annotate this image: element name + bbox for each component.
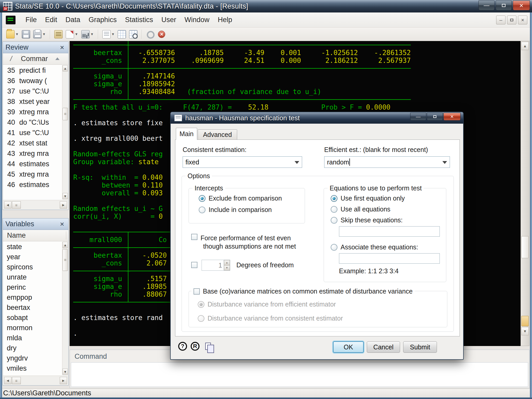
menu-edit[interactable]: Edit	[41, 14, 62, 25]
review-row[interactable]: 40do "C:\Us	[3, 117, 62, 128]
scroll-down-icon[interactable]: ▼	[63, 193, 68, 199]
radio-exclude-from-comparison[interactable]: Exclude from comparison	[199, 195, 282, 202]
chevron-down-icon[interactable]	[295, 161, 299, 164]
column-divider[interactable]	[21, 55, 21, 63]
review-row[interactable]: 44estimates	[3, 159, 62, 169]
review-row[interactable]: 35predict fi	[3, 65, 62, 76]
radio-associate-these-equations[interactable]: Associate these equations:	[331, 243, 418, 251]
scrollbar-thumb[interactable]	[521, 316, 529, 326]
results-vertical-scrollbar[interactable]: ▲ ▼	[521, 41, 529, 346]
review-row[interactable]: 46estimates	[3, 179, 62, 190]
variables-horizontal-scrollbar[interactable]: ◄ ≡ ►	[3, 376, 68, 385]
spin-up-icon[interactable]: ▲	[224, 260, 230, 265]
copy-command-button[interactable]	[203, 341, 213, 352]
variables-col-name[interactable]: Name	[3, 231, 26, 240]
dialog-maximize-button[interactable]	[427, 113, 443, 121]
radio-use-first-equation[interactable]: Use first equation only	[331, 195, 405, 202]
checkbox-force-test[interactable]: Force performance of test even though as…	[191, 234, 296, 250]
chevron-down-icon[interactable]	[442, 161, 447, 164]
review-row[interactable]: 41use "C:\U	[3, 128, 62, 138]
review-row[interactable]: 42xtset stat	[3, 138, 62, 148]
dialog-minimize-button[interactable]: —	[410, 113, 426, 121]
review-close-icon[interactable]: ×	[58, 43, 66, 52]
checkbox-base-covariance[interactable]: Base (co)variance matrices on common est…	[191, 288, 415, 295]
data-editor-button[interactable]	[117, 30, 127, 39]
mdi-minimize-button[interactable]: –	[496, 16, 506, 24]
minimize-button[interactable]: —	[478, 1, 495, 10]
menu-statistics[interactable]: Statistics	[121, 14, 157, 25]
review-col-number[interactable]: /	[3, 55, 12, 63]
review-row[interactable]: 39xtreg mra	[3, 107, 62, 117]
break-button[interactable]	[157, 30, 166, 39]
scroll-up-icon[interactable]: ▲	[63, 65, 68, 71]
degrees-of-freedom-spinner[interactable]: 1 ▲▼	[202, 260, 230, 271]
variable-item-sobapt[interactable]: sobapt	[3, 313, 62, 323]
dialog-title-bar[interactable]: hausman - Hausman specification test — ×	[171, 112, 463, 124]
dialog-close-button[interactable]: ×	[443, 113, 461, 121]
menu-graphics[interactable]: Graphics	[84, 14, 121, 25]
save-button[interactable]	[21, 30, 31, 39]
scrollbar-thumb[interactable]: ≡	[12, 201, 21, 209]
scroll-left-icon[interactable]: ◄	[4, 377, 11, 384]
cancel-button[interactable]: Cancel	[367, 341, 400, 353]
maximize-button[interactable]	[496, 1, 512, 10]
scrollbar-thumb[interactable]	[521, 236, 529, 258]
column-divider[interactable]	[66, 231, 66, 240]
consistent-estimation-dropdown[interactable]: fixed	[183, 156, 302, 168]
variable-item-beertax[interactable]: beertax	[3, 303, 62, 313]
dropdown-arrow-icon[interactable]: ▼	[15, 32, 19, 36]
open-button[interactable]: ▼	[6, 30, 19, 39]
variable-item-perinc[interactable]: perinc	[3, 282, 62, 292]
scroll-up-icon[interactable]: ▲	[521, 42, 529, 50]
review-horizontal-scrollbar[interactable]: ◄ ≡ ►	[3, 200, 68, 209]
menu-file[interactable]: File	[21, 14, 41, 25]
scroll-up-icon[interactable]: ▲	[63, 242, 68, 248]
ok-button[interactable]: OK	[333, 341, 364, 353]
variable-item-year[interactable]: year	[3, 252, 62, 262]
radio-skip-these-equations[interactable]: Skip these equations:	[331, 216, 403, 224]
dropdown-arrow-icon[interactable]: ▼	[111, 32, 115, 36]
scroll-down-icon[interactable]: ▼	[521, 327, 529, 335]
variable-item-mlda[interactable]: mlda	[3, 333, 62, 343]
variable-item-vmiles[interactable]: vmiles	[3, 363, 62, 374]
checkbox-degrees-of-freedom[interactable]	[191, 262, 197, 268]
radio-use-all-equations[interactable]: Use all equations	[331, 205, 390, 213]
variable-item-yngdrv[interactable]: yngdrv	[3, 353, 62, 363]
mdi-close-button[interactable]: ×	[518, 16, 527, 24]
radio-disturbance-consistent[interactable]: Disturbance variance from consistent est…	[198, 315, 343, 322]
review-row[interactable]: 38xtset year	[3, 96, 62, 107]
scroll-right-icon[interactable]: ►	[60, 377, 67, 384]
review-vertical-scrollbar[interactable]: ▲ ≡ ▼	[62, 65, 68, 199]
scrollbar-thumb[interactable]: ≡	[12, 377, 21, 384]
variable-item-mormon[interactable]: mormon	[3, 323, 62, 333]
variable-item-emppop[interactable]: emppop	[3, 292, 62, 303]
reset-button[interactable]: R	[190, 341, 200, 352]
dropdown-arrow-icon[interactable]: ▼	[75, 32, 78, 36]
associate-equations-input[interactable]	[339, 253, 440, 264]
variables-vertical-scrollbar[interactable]: ▲ ≡ ▼	[62, 242, 68, 375]
variable-item-dry[interactable]: dry	[3, 343, 62, 353]
command-input[interactable]	[71, 362, 528, 387]
scroll-left-icon[interactable]: ◄	[4, 201, 11, 209]
data-browser-button[interactable]	[129, 30, 138, 39]
tab-main[interactable]: Main	[176, 128, 197, 140]
dropdown-arrow-icon[interactable]: ▼	[42, 32, 46, 36]
spin-down-icon[interactable]: ▼	[224, 265, 230, 270]
menu-data[interactable]: Data	[61, 14, 84, 25]
scrollbar-thumb[interactable]: ≡	[63, 249, 68, 271]
review-row[interactable]: 36twoway (	[3, 76, 62, 86]
help-button[interactable]: ?	[177, 341, 188, 352]
close-button[interactable]: ×	[513, 1, 530, 10]
log-button[interactable]	[54, 30, 63, 39]
tab-advanced[interactable]: Advanced	[198, 129, 237, 140]
menu-help[interactable]: Help	[214, 14, 236, 25]
variable-item-unrate[interactable]: unrate	[3, 272, 62, 282]
scroll-down-icon[interactable]: ▼	[63, 369, 68, 375]
scroll-right-icon[interactable]: ►	[60, 201, 67, 209]
viewer-button[interactable]: ▼	[65, 30, 79, 39]
dropdown-arrow-icon[interactable]: ▼	[90, 32, 94, 36]
variable-item-spircons[interactable]: spircons	[3, 262, 62, 272]
efficient-estimation-combobox[interactable]: random	[324, 156, 450, 168]
radio-disturbance-efficient[interactable]: Disturbance variance from efficient esti…	[198, 301, 336, 308]
radio-include-in-comparison[interactable]: Include in comparison	[199, 206, 272, 214]
